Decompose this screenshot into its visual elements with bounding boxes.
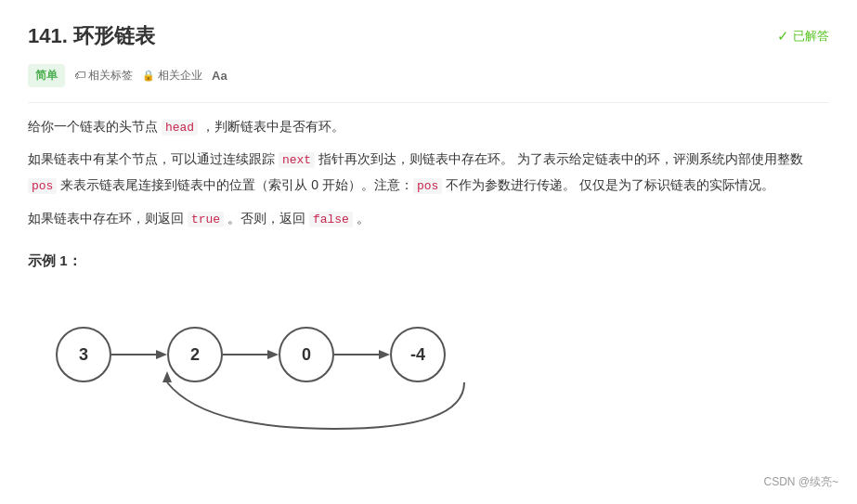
desc-para-2: 如果链表中有某个节点，可以通过连续跟踪 next 指针再次到达，则链表中存在环。… (28, 147, 829, 198)
code-pos2: pos (413, 178, 442, 194)
title-row: 141. 环形链表 ✓ 已解答 (28, 19, 829, 53)
example-title: 示例 1： (28, 249, 829, 273)
desc-para-3: 如果链表中存在环，则返回 true 。否则，返回 false 。 (28, 206, 829, 232)
divider (28, 102, 829, 103)
solved-badge: ✓ 已解答 (777, 24, 829, 48)
check-icon: ✓ (777, 24, 789, 48)
node-2: 2 (167, 327, 223, 382)
node-0: 0 (279, 327, 334, 382)
code-next: next (279, 152, 315, 168)
desc-para-1: 给你一个链表的头节点 head ，判断链表中是否有环。 (28, 114, 829, 140)
page-title: 141. 环形链表 (28, 19, 155, 53)
font-size-btn[interactable]: Aa (212, 66, 227, 86)
lock-icon: 🔒 (142, 67, 155, 84)
solved-label: 已解答 (793, 26, 829, 46)
related-company-btn[interactable]: 🔒 相关企业 (142, 66, 202, 84)
tag-icon: 🏷 (74, 66, 85, 84)
code-false: false (309, 212, 353, 227)
diagram-wrapper: 3 2 0 (56, 327, 520, 382)
difficulty-tag: 简单 (28, 64, 65, 86)
tags-row: 简单 🏷 相关标签 🔒 相关企业 Aa (28, 64, 829, 86)
code-true: true (188, 212, 224, 227)
description: 给你一个链表的头节点 head ，判断链表中是否有环。 如果链表中有某个节点，可… (28, 114, 829, 232)
code-pos: pos (28, 178, 57, 194)
svg-marker-6 (162, 371, 172, 382)
node-3: 3 (56, 327, 111, 382)
diagram-container: 3 2 0 (28, 285, 829, 433)
page-container: 141. 环形链表 ✓ 已解答 简单 🏷 相关标签 🔒 相关企业 Aa 给你一个… (0, 0, 857, 504)
csdn-watermark: CSDN @续亮~ (763, 472, 838, 491)
node-neg4: -4 (390, 327, 446, 382)
related-tags-btn[interactable]: 🏷 相关标签 (74, 66, 133, 84)
related-tags-label: 相关标签 (88, 66, 133, 84)
related-company-label: 相关企业 (158, 66, 202, 84)
code-head: head (162, 120, 198, 136)
